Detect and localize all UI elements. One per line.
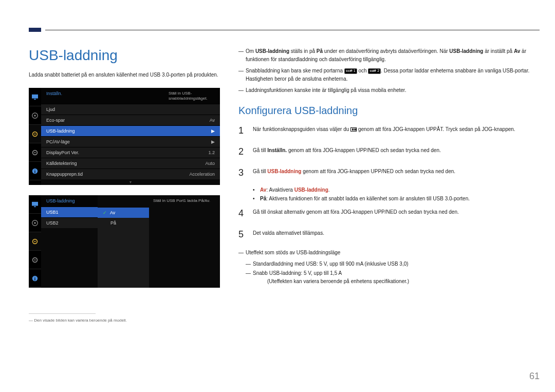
step-1: När funktionsknappsguiden visas väljer d… (253, 124, 540, 138)
step-4: Gå till önskat alternativ genom att föra… (253, 207, 540, 220)
svg-point-15 (34, 240, 36, 242)
header-rule (45, 30, 540, 30)
svg-point-7 (34, 152, 36, 153)
osd2-hint: Ställ in USB Port1 ladda På/Av. (149, 195, 220, 288)
step-num: 2 (238, 145, 253, 159)
step-list: 1När funktionsknappsguiden visas väljer … (238, 124, 540, 180)
note-2: Snabbladdning kan bara ske med portarna … (246, 67, 540, 83)
svg-text:i: i (34, 276, 35, 281)
osd-screenshot-1: i Inställn. Ställ in USB-snabbladdningsl… (29, 88, 220, 185)
svg-rect-11 (34, 206, 35, 207)
footnote: ― Den visade bilden kan variera beroende… (29, 318, 220, 323)
header-accent (29, 28, 41, 32)
menu-icon (350, 127, 357, 132)
brightness-icon (29, 195, 41, 214)
popup-row: På (98, 218, 149, 228)
osd-sidebar: i (29, 88, 41, 185)
tail-note-1: Uteffekt som stöds av USB-laddningsläge (246, 249, 340, 257)
osd-row-selected: USB-laddning▶ (41, 125, 220, 136)
brightness-icon (29, 88, 41, 106)
ss-badge-1: ss⇄ 1 (344, 68, 357, 73)
ss-badge-2: ss⇄ 2 (368, 68, 381, 73)
info-icon: i (29, 162, 41, 180)
popup-row-selected: ✓Av (98, 208, 149, 218)
tail-notes: ―Uteffekt som stöds av USB-laddningsläge… (238, 249, 540, 286)
osd1-title: Inställn. (46, 91, 62, 101)
osd-row: Eco-sparAv (41, 115, 220, 125)
tail-note-3: Snabb USB-laddning: 5 V, upp till 1,5 A(… (253, 269, 409, 286)
osd-row: USB2 (41, 217, 98, 228)
picture-icon (29, 214, 41, 232)
scroll-down-icon: ▼ (41, 179, 220, 185)
svg-point-13 (34, 222, 36, 224)
step-2: Gå till Inställn. genom att föra JOG-kna… (253, 145, 540, 159)
page-title: USB-laddning (29, 47, 220, 64)
section-title: Konfigurera USB-laddning (238, 105, 540, 117)
note-3: Laddningsfunktionen kanske inte är tillg… (246, 86, 406, 95)
svg-rect-0 (32, 94, 38, 98)
step-num: 3 (238, 166, 253, 180)
svg-rect-1 (34, 99, 35, 100)
step-5: Det valda alternativet tillämpas. (253, 228, 540, 241)
osd2-title: USB-laddning (46, 198, 75, 203)
osd-row-selected: USB1 (41, 207, 98, 217)
right-column: ―Om USB-laddning ställs in på På under e… (238, 47, 540, 323)
svg-text:i: i (34, 169, 35, 174)
step-num: 4 (238, 207, 253, 220)
bullet-pa: På: Aktivera funktionen för att snabbt l… (260, 196, 470, 201)
sub-bullets: •Av: Avaktivera USB-laddning. •På: Aktiv… (253, 187, 540, 201)
settings-icon-2 (29, 143, 41, 162)
osd-row: Ljud (41, 104, 220, 115)
note-1: Om USB-laddning ställs in på På under en… (246, 47, 540, 64)
settings-icon (29, 232, 41, 251)
osd-row: DisplayPort Ver.1.2 (41, 147, 220, 158)
osd-screenshot-2: i USB-laddning USB1 USB2 ✓Av På Ställ in… (29, 195, 220, 288)
page-number: 61 (529, 371, 540, 382)
picture-icon (29, 106, 41, 125)
check-icon: ✓ (103, 210, 107, 215)
step-num: 5 (238, 228, 253, 241)
left-column: USB-laddning Ladda snabbt batteriet på e… (29, 47, 220, 323)
osd-sidebar: i (29, 195, 41, 288)
svg-rect-10 (32, 202, 38, 206)
bullet-av: Av: Avaktivera USB-laddning. (260, 187, 330, 193)
svg-point-17 (34, 259, 36, 260)
info-icon: i (29, 269, 41, 288)
tail-note-2: Standardladdning med USB: 5 V, upp till … (253, 260, 409, 268)
intro-text: Ladda snabbt batteriet på en ansluten kä… (29, 71, 220, 79)
osd-row: KälldetekteringAuto (41, 158, 220, 169)
footnote-rule (29, 313, 96, 314)
osd2-popup: ✓Av På (98, 208, 149, 288)
osd-row: PC/AV-läge▶ (41, 136, 220, 147)
svg-point-5 (34, 133, 36, 135)
step-num: 1 (238, 124, 253, 138)
osd-row: Knappupprepn.tidAcceleration (41, 169, 220, 179)
svg-point-3 (34, 115, 36, 117)
osd1-hint: Ställ in USB-snabbladdningsläget. (169, 91, 215, 101)
settings-icon (29, 125, 41, 143)
settings-icon-2 (29, 251, 41, 269)
top-notes: ―Om USB-laddning ställs in på På under e… (238, 47, 540, 95)
step-3: Gå till USB-laddning genom att föra JOG-… (253, 166, 540, 180)
